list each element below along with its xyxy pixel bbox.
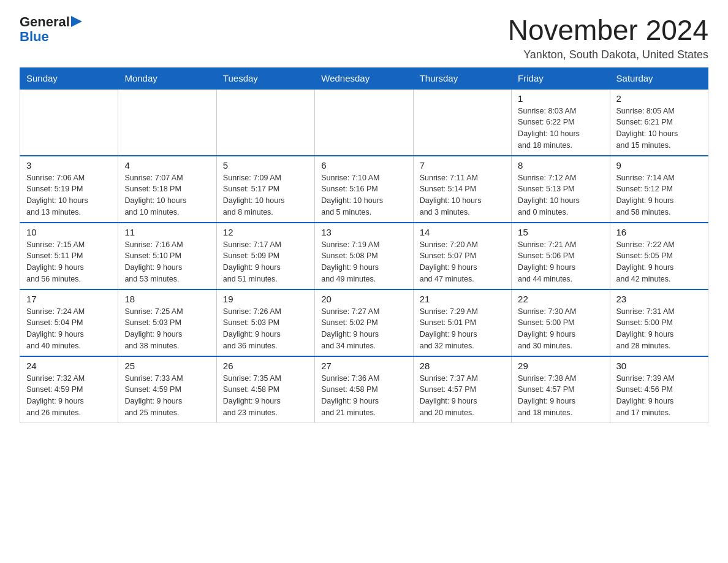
day-info: Sunrise: 7:19 AM Sunset: 5:08 PM Dayligh… <box>321 239 406 285</box>
calendar-cell: 2Sunrise: 8:05 AM Sunset: 6:21 PM Daylig… <box>610 89 708 156</box>
calendar-cell: 16Sunrise: 7:22 AM Sunset: 5:05 PM Dayli… <box>610 223 708 289</box>
calendar-cell: 21Sunrise: 7:29 AM Sunset: 5:01 PM Dayli… <box>413 289 511 356</box>
calendar-cell <box>216 89 314 156</box>
day-number: 5 <box>223 160 308 170</box>
calendar-cell: 29Sunrise: 7:38 AM Sunset: 4:57 PM Dayli… <box>512 356 610 423</box>
day-number: 18 <box>124 294 210 304</box>
day-info: Sunrise: 7:29 AM Sunset: 5:01 PM Dayligh… <box>420 306 505 352</box>
calendar-cell: 22Sunrise: 7:30 AM Sunset: 5:00 PM Dayli… <box>512 289 610 356</box>
day-info: Sunrise: 7:32 AM Sunset: 4:59 PM Dayligh… <box>26 373 112 419</box>
calendar-cell: 15Sunrise: 7:21 AM Sunset: 5:06 PM Dayli… <box>512 223 610 289</box>
day-number: 11 <box>124 227 210 237</box>
day-number: 30 <box>616 361 702 371</box>
day-info: Sunrise: 7:31 AM Sunset: 5:00 PM Dayligh… <box>616 306 702 352</box>
day-number: 7 <box>420 160 505 170</box>
calendar-cell: 30Sunrise: 7:39 AM Sunset: 4:56 PM Dayli… <box>610 356 708 423</box>
calendar-cell <box>118 89 216 156</box>
logo-blue-text: Blue <box>20 29 49 44</box>
calendar-cell: 24Sunrise: 7:32 AM Sunset: 4:59 PM Dayli… <box>20 356 118 423</box>
calendar-cell: 10Sunrise: 7:15 AM Sunset: 5:11 PM Dayli… <box>20 223 118 289</box>
day-info: Sunrise: 8:05 AM Sunset: 6:21 PM Dayligh… <box>616 105 702 151</box>
calendar-cell: 19Sunrise: 7:26 AM Sunset: 5:03 PM Dayli… <box>216 289 314 356</box>
calendar-header-monday: Monday <box>118 67 216 89</box>
calendar-week-row: 10Sunrise: 7:15 AM Sunset: 5:11 PM Dayli… <box>20 223 708 289</box>
day-number: 14 <box>420 227 505 237</box>
calendar-week-row: 3Sunrise: 7:06 AM Sunset: 5:19 PM Daylig… <box>20 156 708 223</box>
calendar-cell: 9Sunrise: 7:14 AM Sunset: 5:12 PM Daylig… <box>610 156 708 223</box>
title-block: November 2024 Yankton, South Dakota, Uni… <box>508 15 708 61</box>
calendar-header-saturday: Saturday <box>610 67 708 89</box>
calendar-cell: 14Sunrise: 7:20 AM Sunset: 5:07 PM Dayli… <box>413 223 511 289</box>
calendar-cell: 20Sunrise: 7:27 AM Sunset: 5:02 PM Dayli… <box>315 289 413 356</box>
day-info: Sunrise: 7:30 AM Sunset: 5:00 PM Dayligh… <box>518 306 603 352</box>
day-number: 20 <box>321 294 406 304</box>
day-number: 24 <box>26 361 112 371</box>
page-header: General Blue November 2024 Yankton, Sout… <box>20 15 708 61</box>
calendar-header-friday: Friday <box>512 67 610 89</box>
logo-triangle-icon <box>71 16 82 27</box>
calendar-cell: 23Sunrise: 7:31 AM Sunset: 5:00 PM Dayli… <box>610 289 708 356</box>
day-number: 13 <box>321 227 406 237</box>
day-info: Sunrise: 7:36 AM Sunset: 4:58 PM Dayligh… <box>321 373 406 419</box>
calendar-cell: 17Sunrise: 7:24 AM Sunset: 5:04 PM Dayli… <box>20 289 118 356</box>
day-info: Sunrise: 7:39 AM Sunset: 4:56 PM Dayligh… <box>616 373 702 419</box>
day-number: 29 <box>518 361 603 371</box>
day-info: Sunrise: 7:20 AM Sunset: 5:07 PM Dayligh… <box>420 239 505 285</box>
day-number: 22 <box>518 294 603 304</box>
calendar-cell: 28Sunrise: 7:37 AM Sunset: 4:57 PM Dayli… <box>413 356 511 423</box>
calendar-cell: 7Sunrise: 7:11 AM Sunset: 5:14 PM Daylig… <box>413 156 511 223</box>
calendar-cell: 6Sunrise: 7:10 AM Sunset: 5:16 PM Daylig… <box>315 156 413 223</box>
calendar-cell: 26Sunrise: 7:35 AM Sunset: 4:58 PM Dayli… <box>216 356 314 423</box>
day-number: 19 <box>223 294 308 304</box>
logo: General Blue <box>20 15 82 44</box>
day-number: 12 <box>223 227 308 237</box>
day-info: Sunrise: 7:15 AM Sunset: 5:11 PM Dayligh… <box>26 239 112 285</box>
calendar-cell: 4Sunrise: 7:07 AM Sunset: 5:18 PM Daylig… <box>118 156 216 223</box>
day-info: Sunrise: 7:26 AM Sunset: 5:03 PM Dayligh… <box>223 306 308 352</box>
day-number: 8 <box>518 160 603 170</box>
svg-marker-0 <box>71 16 82 27</box>
day-number: 17 <box>26 294 112 304</box>
calendar-week-row: 17Sunrise: 7:24 AM Sunset: 5:04 PM Dayli… <box>20 289 708 356</box>
day-number: 23 <box>616 294 702 304</box>
day-info: Sunrise: 7:24 AM Sunset: 5:04 PM Dayligh… <box>26 306 112 352</box>
day-info: Sunrise: 7:33 AM Sunset: 4:59 PM Dayligh… <box>124 373 210 419</box>
calendar-cell: 1Sunrise: 8:03 AM Sunset: 6:22 PM Daylig… <box>512 89 610 156</box>
day-number: 4 <box>124 160 210 170</box>
day-number: 2 <box>616 93 702 104</box>
page-subtitle: Yankton, South Dakota, United States <box>508 48 708 61</box>
day-info: Sunrise: 7:22 AM Sunset: 5:05 PM Dayligh… <box>616 239 702 285</box>
day-info: Sunrise: 7:06 AM Sunset: 5:19 PM Dayligh… <box>26 172 112 218</box>
day-number: 26 <box>223 361 308 371</box>
calendar-cell: 18Sunrise: 7:25 AM Sunset: 5:03 PM Dayli… <box>118 289 216 356</box>
calendar-header-thursday: Thursday <box>413 67 511 89</box>
day-info: Sunrise: 7:07 AM Sunset: 5:18 PM Dayligh… <box>124 172 210 218</box>
day-number: 15 <box>518 227 603 237</box>
day-info: Sunrise: 7:25 AM Sunset: 5:03 PM Dayligh… <box>124 306 210 352</box>
calendar-cell: 11Sunrise: 7:16 AM Sunset: 5:10 PM Dayli… <box>118 223 216 289</box>
day-info: Sunrise: 7:10 AM Sunset: 5:16 PM Dayligh… <box>321 172 406 218</box>
calendar-cell: 5Sunrise: 7:09 AM Sunset: 5:17 PM Daylig… <box>216 156 314 223</box>
calendar-header-row: SundayMondayTuesdayWednesdayThursdayFrid… <box>20 67 708 89</box>
day-info: Sunrise: 7:12 AM Sunset: 5:13 PM Dayligh… <box>518 172 603 218</box>
calendar-week-row: 24Sunrise: 7:32 AM Sunset: 4:59 PM Dayli… <box>20 356 708 423</box>
calendar-cell: 25Sunrise: 7:33 AM Sunset: 4:59 PM Dayli… <box>118 356 216 423</box>
day-number: 16 <box>616 227 702 237</box>
day-number: 9 <box>616 160 702 170</box>
day-number: 10 <box>26 227 112 237</box>
calendar-cell: 3Sunrise: 7:06 AM Sunset: 5:19 PM Daylig… <box>20 156 118 223</box>
calendar-cell: 8Sunrise: 7:12 AM Sunset: 5:13 PM Daylig… <box>512 156 610 223</box>
day-info: Sunrise: 7:09 AM Sunset: 5:17 PM Dayligh… <box>223 172 308 218</box>
day-number: 25 <box>124 361 210 371</box>
day-info: Sunrise: 7:21 AM Sunset: 5:06 PM Dayligh… <box>518 239 603 285</box>
day-number: 28 <box>420 361 505 371</box>
day-info: Sunrise: 7:37 AM Sunset: 4:57 PM Dayligh… <box>420 373 505 419</box>
day-number: 27 <box>321 361 406 371</box>
day-info: Sunrise: 7:14 AM Sunset: 5:12 PM Dayligh… <box>616 172 702 218</box>
calendar-cell: 12Sunrise: 7:17 AM Sunset: 5:09 PM Dayli… <box>216 223 314 289</box>
day-number: 6 <box>321 160 406 170</box>
day-number: 21 <box>420 294 505 304</box>
day-number: 1 <box>518 93 603 104</box>
day-info: Sunrise: 7:17 AM Sunset: 5:09 PM Dayligh… <box>223 239 308 285</box>
calendar-cell <box>20 89 118 156</box>
